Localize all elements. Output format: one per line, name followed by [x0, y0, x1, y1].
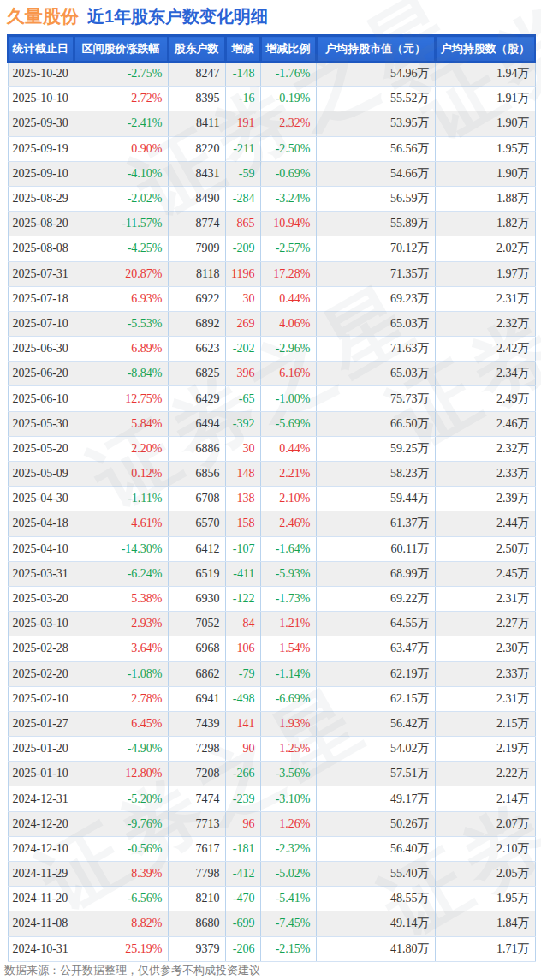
- cell-date: 2025-02-10: [8, 686, 74, 711]
- cell-delta: -412: [225, 862, 260, 887]
- cell-delta: 148: [225, 462, 260, 487]
- cell-delta: -266: [225, 762, 260, 786]
- cell-date: 2025-04-10: [8, 536, 74, 561]
- cell-delta-pct: 0.44%: [260, 286, 316, 311]
- table-row: 2024-12-31-5.20%7474-239-3.10%49.17万2.14…: [8, 786, 535, 811]
- cell-holder-count: 6623: [168, 337, 225, 362]
- cell-price-change: 20.87%: [74, 261, 168, 286]
- cell-date: 2025-07-10: [8, 311, 74, 336]
- cell-date: 2024-12-20: [8, 811, 74, 836]
- cell-price-change: -1.11%: [74, 487, 168, 511]
- cell-delta-pct: -2.50%: [260, 136, 316, 161]
- cell-holder-count: 7909: [168, 236, 225, 261]
- column-header-0: 统计截止日: [8, 36, 74, 62]
- table-row: 2025-09-10-4.10%8431-59-0.69%54.66万1.90万: [8, 161, 535, 186]
- cell-avg-shares: 2.44万: [435, 511, 535, 536]
- cell-avg-market-value: 56.42万: [316, 711, 435, 736]
- cell-holder-count: 6862: [168, 661, 225, 686]
- cell-avg-market-value: 54.02万: [316, 737, 435, 762]
- cell-avg-market-value: 48.55万: [316, 887, 435, 911]
- cell-price-change: -11.57%: [74, 212, 168, 236]
- cell-date: 2025-01-10: [8, 762, 74, 786]
- cell-date: 2024-11-29: [8, 862, 74, 887]
- table-row: 2025-03-102.93%7052841.21%64.55万2.27万: [8, 612, 535, 636]
- cell-delta: -498: [225, 686, 260, 711]
- cell-delta: 191: [225, 111, 260, 136]
- cell-price-change: 2.93%: [74, 612, 168, 636]
- cell-price-change: -6.24%: [74, 561, 168, 586]
- cell-avg-shares: 1.82万: [435, 212, 535, 236]
- page-title: 久量股份近1年股东户数变化明细: [7, 4, 268, 28]
- table-row: 2025-07-10-5.53%68922694.06%65.03万2.32万: [8, 311, 535, 336]
- cell-holder-count: 7474: [168, 786, 225, 811]
- cell-holder-count: 6892: [168, 311, 225, 336]
- cell-delta-pct: -5.93%: [260, 561, 316, 586]
- cell-avg-market-value: 59.44万: [316, 487, 435, 511]
- cell-delta: 158: [225, 511, 260, 536]
- table-row: 2025-04-10-14.30%6412-107-1.64%60.11万2.5…: [8, 536, 535, 561]
- cell-avg-market-value: 69.22万: [316, 586, 435, 611]
- table-row: 2025-06-20-8.84%68253966.16%65.03万2.34万: [8, 362, 535, 386]
- cell-delta: -148: [225, 62, 260, 87]
- cell-avg-shares: 1.97万: [435, 261, 535, 286]
- cell-date: 2025-05-30: [8, 411, 74, 436]
- cell-delta-pct: 2.46%: [260, 511, 316, 536]
- table-row: 2024-11-20-6.56%8210-470-5.41%48.55万1.95…: [8, 887, 535, 911]
- cell-avg-market-value: 56.59万: [316, 186, 435, 211]
- table-row: 2024-12-10-0.56%7617-181-2.32%56.40万2.10…: [8, 836, 535, 861]
- cell-holder-count: 8431: [168, 161, 225, 186]
- cell-avg-shares: 1.90万: [435, 111, 535, 136]
- table-row: 2025-08-29-2.02%8490-284-3.24%56.59万1.88…: [8, 186, 535, 211]
- cell-avg-shares: 2.50万: [435, 536, 535, 561]
- cell-avg-shares: 1.88万: [435, 186, 535, 211]
- cell-holder-count: 8247: [168, 62, 225, 87]
- cell-delta-pct: -3.24%: [260, 186, 316, 211]
- cell-delta-pct: 1.54%: [260, 636, 316, 661]
- cell-delta-pct: -6.69%: [260, 686, 316, 711]
- cell-avg-market-value: 62.19万: [316, 661, 435, 686]
- cell-avg-shares: 2.19万: [435, 737, 535, 762]
- cell-price-change: -9.76%: [74, 811, 168, 836]
- cell-delta-pct: -1.00%: [260, 386, 316, 411]
- cell-avg-market-value: 49.14万: [316, 911, 435, 936]
- cell-delta-pct: -3.10%: [260, 786, 316, 811]
- cell-avg-shares: 2.39万: [435, 487, 535, 511]
- cell-delta: -79: [225, 661, 260, 686]
- table-row: 2025-02-102.78%6941-498-6.69%62.15万2.31万: [8, 686, 535, 711]
- column-header-3: 增减: [225, 36, 260, 62]
- cell-price-change: 2.78%: [74, 686, 168, 711]
- cell-delta: 106: [225, 636, 260, 661]
- table-row: 2024-11-298.39%7798-412-5.02%55.40万2.05万: [8, 862, 535, 887]
- table-row: 2024-11-088.82%8680-699-7.45%49.14万1.84万: [8, 911, 535, 936]
- cell-holder-count: 8395: [168, 87, 225, 111]
- cell-date: 2025-10-20: [8, 62, 74, 87]
- cell-price-change: -2.75%: [74, 62, 168, 87]
- cell-date: 2025-10-10: [8, 87, 74, 111]
- cell-delta: -181: [225, 836, 260, 861]
- cell-date: 2025-07-18: [8, 286, 74, 311]
- cell-date: 2025-08-08: [8, 236, 74, 261]
- cell-holder-count: 6886: [168, 436, 225, 461]
- data-source-note: 数据来源：公开数据整理，仅供参考不构成投资建议: [4, 963, 260, 978]
- cell-delta-pct: -5.41%: [260, 887, 316, 911]
- cell-holder-count: 7298: [168, 737, 225, 762]
- cell-avg-market-value: 68.99万: [316, 561, 435, 586]
- cell-price-change: 5.38%: [74, 586, 168, 611]
- cell-delta: 865: [225, 212, 260, 236]
- cell-delta-pct: 2.32%: [260, 111, 316, 136]
- cell-price-change: 0.12%: [74, 462, 168, 487]
- cell-delta-pct: -0.19%: [260, 87, 316, 111]
- cell-price-change: 8.82%: [74, 911, 168, 936]
- cell-delta-pct: 1.21%: [260, 612, 316, 636]
- cell-delta-pct: -3.56%: [260, 762, 316, 786]
- cell-avg-shares: 1.84万: [435, 911, 535, 936]
- cell-avg-shares: 2.31万: [435, 586, 535, 611]
- cell-price-change: 5.84%: [74, 411, 168, 436]
- cell-avg-shares: 2.45万: [435, 561, 535, 586]
- cell-price-change: -6.56%: [74, 887, 168, 911]
- cell-date: 2025-05-20: [8, 436, 74, 461]
- cell-price-change: -4.10%: [74, 161, 168, 186]
- cell-avg-shares: 2.33万: [435, 661, 535, 686]
- cell-avg-market-value: 49.17万: [316, 786, 435, 811]
- cell-date: 2025-05-09: [8, 462, 74, 487]
